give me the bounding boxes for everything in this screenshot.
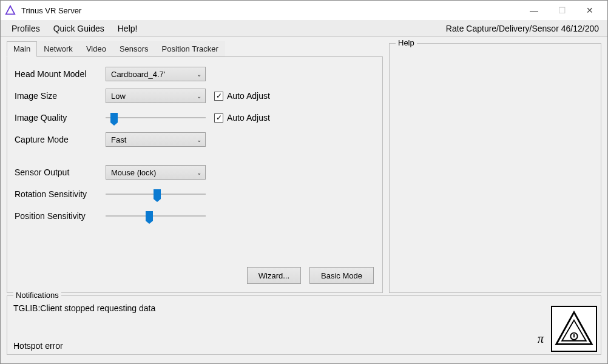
label-image-quality: Image Quality (15, 113, 106, 123)
svg-marker-0 (6, 6, 15, 14)
button-row: Wizard... Basic Mode (247, 267, 374, 284)
tab-position-tracker[interactable]: Position Tracker (155, 41, 225, 57)
title-bar: Trinus VR Server — ☐ ✕ (1, 1, 607, 20)
row-head-mount-model: Head Mount Model Cardboard_4.7' ⌄ (15, 64, 374, 84)
window-title: Trinus VR Server (21, 6, 81, 15)
tab-main[interactable]: Main (7, 41, 37, 57)
notification-line-1: TGLIB:Client stopped requesting data (13, 303, 595, 313)
content-area: Main Network Video Sensors Position Trac… (1, 37, 607, 292)
checkbox-image-quality-autoadjust[interactable]: ✓ (214, 113, 223, 123)
image-size-autoadjust: ✓ Auto Adjust (214, 91, 270, 101)
chevron-down-icon: ⌄ (197, 71, 201, 78)
label-image-size-autoadjust: Auto Adjust (227, 91, 270, 101)
label-head-mount-model: Head Mount Model (15, 69, 106, 79)
svg-marker-2 (562, 320, 586, 341)
menu-quick-guides[interactable]: Quick Guides (49, 21, 113, 36)
pi-icon[interactable]: π (538, 332, 544, 346)
row-image-quality: Image Quality ✓ Auto Adjust (15, 108, 374, 127)
row-position-sensitivity: Position Sensitivity (15, 206, 374, 226)
notifications-legend: Notifications (13, 291, 61, 300)
tab-sensors[interactable]: Sensors (113, 41, 155, 57)
combo-head-mount-model[interactable]: Cardboard_4.7' ⌄ (106, 67, 206, 81)
menu-profiles[interactable]: Profiles (7, 21, 49, 36)
label-image-quality-autoadjust: Auto Adjust (227, 113, 270, 123)
wizard-button[interactable]: Wizard... (247, 267, 301, 284)
slider-rotation-sensitivity[interactable] (106, 188, 206, 200)
rate-status: Rate Capture/Delivery/Sensor 46/12/200 (446, 24, 601, 33)
row-rotation-sensitivity: Rotation Sensitivity (15, 184, 374, 204)
trinus-logo-icon[interactable] (551, 306, 597, 352)
combo-head-mount-model-value: Cardboard_4.7' (111, 70, 165, 79)
combo-image-size[interactable]: Low ⌄ (106, 89, 206, 103)
left-panel: Main Network Video Sensors Position Trac… (7, 41, 383, 292)
tab-strip: Main Network Video Sensors Position Trac… (7, 41, 383, 56)
menu-help[interactable]: Help! (113, 21, 146, 36)
right-panel: Help (389, 41, 601, 292)
label-rotation-sensitivity: Rotation Sensitivity (15, 189, 106, 199)
combo-capture-mode[interactable]: Fast ⌄ (106, 132, 206, 147)
app-icon (4, 4, 16, 16)
minimize-button[interactable]: — (520, 1, 548, 19)
window-controls: — ☐ ✕ (520, 1, 604, 19)
menu-bar: Profiles Quick Guides Help! Rate Capture… (1, 20, 607, 37)
chevron-down-icon: ⌄ (197, 93, 201, 99)
combo-sensor-output[interactable]: Mouse (lock) ⌄ (106, 165, 206, 180)
label-sensor-output: Sensor Output (15, 167, 106, 177)
close-button[interactable]: ✕ (576, 1, 604, 19)
maximize-button[interactable]: ☐ (548, 1, 576, 19)
basic-mode-button[interactable]: Basic Mode (309, 267, 374, 284)
row-capture-mode: Capture Mode Fast ⌄ (15, 130, 374, 149)
tab-network[interactable]: Network (37, 41, 79, 57)
image-quality-autoadjust: ✓ Auto Adjust (214, 113, 270, 123)
label-image-size: Image Size (15, 91, 106, 101)
chevron-down-icon: ⌄ (197, 169, 201, 176)
slider-image-quality[interactable] (106, 112, 206, 124)
row-image-size: Image Size Low ⌄ ✓ Auto Adjust (15, 86, 374, 106)
slider-position-sensitivity[interactable] (106, 210, 206, 222)
chevron-down-icon: ⌄ (197, 136, 201, 143)
combo-sensor-output-value: Mouse (lock) (111, 168, 156, 177)
combo-image-size-value: Low (111, 92, 126, 101)
label-position-sensitivity: Position Sensitivity (15, 211, 106, 221)
combo-capture-mode-value: Fast (111, 135, 126, 144)
tab-video[interactable]: Video (79, 41, 113, 57)
main-tab-panel: Head Mount Model Cardboard_4.7' ⌄ Image … (7, 56, 383, 293)
row-sensor-output: Sensor Output Mouse (lock) ⌄ (15, 163, 374, 182)
help-groupbox: Help (389, 43, 601, 293)
checkbox-image-size-autoadjust[interactable]: ✓ (214, 92, 223, 101)
notifications-groupbox: Notifications TGLIB:Client stopped reque… (7, 295, 601, 355)
help-legend: Help (396, 38, 417, 47)
label-capture-mode: Capture Mode (15, 135, 106, 144)
notification-line-2: Hotspot error (13, 341, 595, 351)
